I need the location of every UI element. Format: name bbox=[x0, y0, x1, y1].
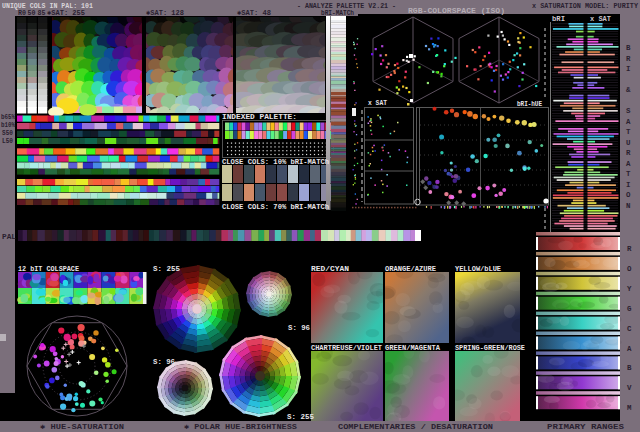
svg-text:✱SAT: 255: ✱SAT: 255 bbox=[47, 9, 86, 17]
svg-text:bRI-hUE: bRI-hUE bbox=[517, 100, 542, 108]
svg-text:R: R bbox=[626, 55, 631, 63]
svg-text:I: I bbox=[626, 181, 630, 189]
svg-text:U: U bbox=[626, 139, 630, 147]
svg-text:12 bIT COLSPACE: 12 bIT COLSPACE bbox=[18, 265, 80, 273]
svg-text:T: T bbox=[626, 170, 631, 178]
svg-text:50: 50 bbox=[28, 9, 37, 17]
svg-text:L50: L50 bbox=[2, 138, 13, 145]
svg-text:✱SAT: 48: ✱SAT: 48 bbox=[237, 9, 272, 17]
svg-text:x SAT: x SAT bbox=[590, 15, 612, 23]
svg-text:V: V bbox=[627, 384, 632, 392]
svg-text:bRI-MATCh: bRI-MATCh bbox=[321, 9, 354, 17]
svg-text:b65%: b65% bbox=[1, 114, 15, 121]
svg-text:C: C bbox=[627, 325, 632, 333]
svg-text:✱ POLAR HUE-BRIGHTNESS: ✱ POLAR HUE-BRIGHTNESS bbox=[184, 423, 298, 431]
svg-text:85: 85 bbox=[38, 9, 47, 17]
svg-text:RED/CYAN: RED/CYAN bbox=[311, 265, 349, 273]
svg-text:G: G bbox=[627, 305, 632, 313]
svg-text:Y: Y bbox=[627, 285, 632, 293]
svg-text:&: & bbox=[626, 86, 631, 94]
svg-text:S: 96: S: 96 bbox=[288, 324, 311, 332]
svg-text:PAL: PAL bbox=[2, 233, 17, 241]
svg-text:CHARTREUSE/VIOLET: CHARTREUSE/VIOLET bbox=[311, 344, 383, 352]
svg-text:N: N bbox=[626, 202, 630, 210]
svg-text:COMPLEMENTARIES / DESATURATION: COMPLEMENTARIES / DESATURATION bbox=[338, 423, 493, 431]
svg-text:S: 255: S: 255 bbox=[287, 413, 315, 421]
svg-text:CLOSE COLS: 70% bRI-MATCh: CLOSE COLS: 70% bRI-MATCh bbox=[222, 203, 329, 211]
svg-text:A: A bbox=[627, 345, 632, 353]
svg-text:S: 96: S: 96 bbox=[153, 358, 176, 366]
svg-text:O: O bbox=[627, 265, 632, 273]
svg-text:x SATURATION MODEL: PURITY: x SATURATION MODEL: PURITY bbox=[532, 2, 639, 10]
svg-text:RGB-COLORSPACE (ISO): RGB-COLORSPACE (ISO) bbox=[408, 7, 505, 15]
svg-text:x SAT: x SAT bbox=[368, 99, 387, 107]
svg-text:B: B bbox=[626, 44, 631, 52]
svg-text:T: T bbox=[626, 128, 631, 136]
svg-text:SPRING-GREEN/ROSE: SPRING-GREEN/ROSE bbox=[455, 344, 526, 352]
svg-text:A: A bbox=[626, 118, 631, 126]
svg-text:R: R bbox=[627, 245, 632, 253]
svg-text:R: R bbox=[626, 149, 631, 157]
svg-text:b10%: b10% bbox=[1, 122, 15, 129]
svg-text:R0: R0 bbox=[18, 9, 27, 17]
svg-text:CLOSE COLS: 10% bRI-MATCh: CLOSE COLS: 10% bRI-MATCh bbox=[222, 158, 329, 166]
svg-text:INDEXED PALETTE:: INDEXED PALETTE: bbox=[222, 113, 297, 121]
svg-text:S: 255: S: 255 bbox=[153, 265, 181, 273]
svg-text:O: O bbox=[626, 191, 631, 199]
svg-text:S50: S50 bbox=[2, 130, 13, 137]
svg-text:PRIMARY RANGES: PRIMARY RANGES bbox=[547, 423, 625, 431]
svg-text:M: M bbox=[627, 404, 632, 412]
svg-text:B: B bbox=[627, 364, 632, 372]
svg-text:YELLOW/bLUE: YELLOW/bLUE bbox=[455, 265, 502, 273]
svg-text:ORANGE/AZURE: ORANGE/AZURE bbox=[385, 265, 437, 273]
svg-text:A: A bbox=[626, 160, 631, 168]
svg-text:GREEN/MAGENTA: GREEN/MAGENTA bbox=[385, 344, 441, 352]
svg-text:✱SAT: 128: ✱SAT: 128 bbox=[146, 9, 185, 17]
svg-text:S: S bbox=[626, 107, 631, 115]
svg-text:I: I bbox=[626, 65, 630, 73]
svg-text:✱ HUE-SATURATION: ✱ HUE-SATURATION bbox=[40, 423, 124, 431]
svg-text:bRI: bRI bbox=[552, 15, 565, 23]
